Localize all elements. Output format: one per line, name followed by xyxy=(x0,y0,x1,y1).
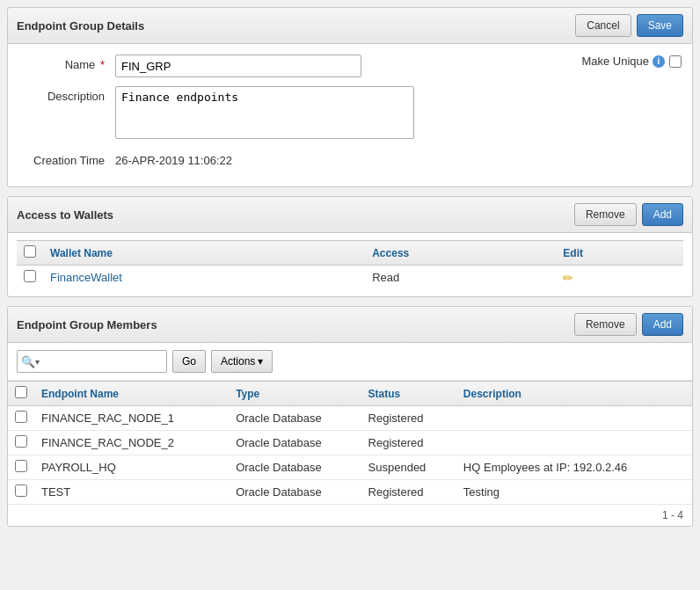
wallets-col-edit: Edit xyxy=(556,241,683,266)
members-col-checkbox xyxy=(8,382,34,406)
member-row-checkbox[interactable] xyxy=(15,460,27,472)
wallets-panel: Access to Wallets Remove Add Wallet Name… xyxy=(7,196,693,297)
members-col-name: Endpoint Name xyxy=(34,382,229,406)
members-panel-title: Endpoint Group Members xyxy=(17,318,157,331)
wallets-remove-button[interactable]: Remove xyxy=(574,203,637,226)
table-row: PAYROLL_HQ Oracle Database Suspended HQ … xyxy=(8,455,692,480)
wallets-col-access: Access xyxy=(365,241,556,266)
creation-time-value: 26-APR-2019 11:06:22 xyxy=(115,150,232,167)
make-unique-checkbox[interactable] xyxy=(669,55,682,68)
member-row-type-cell: Oracle Database xyxy=(229,406,361,431)
header-actions: Cancel Save xyxy=(575,14,683,37)
table-row: FINANCE_RAC_NODE_2 Oracle Database Regis… xyxy=(8,431,692,455)
wallets-panel-header: Access to Wallets Remove Add xyxy=(8,197,692,233)
details-panel-body: Name * Make Unique i Description Finance… xyxy=(8,44,692,186)
name-row: Name * Make Unique i xyxy=(18,55,682,77)
page-header: Endpoint Group Details Cancel Save xyxy=(7,7,693,44)
table-row: FINANCE_RAC_NODE_1 Oracle Database Regis… xyxy=(8,406,692,431)
wallets-row-checkbox[interactable] xyxy=(24,270,36,282)
member-row-description-cell xyxy=(456,431,692,455)
table-row: TEST Oracle Database Registered Testing xyxy=(8,480,692,505)
search-input-wrapper: 🔍 ▾ xyxy=(17,350,167,373)
wallets-actions: Remove Add xyxy=(574,203,683,226)
member-row-type-cell: Oracle Database xyxy=(229,480,361,505)
actions-button[interactable]: Actions ▾ xyxy=(211,350,273,373)
member-row-checkbox-cell xyxy=(8,431,34,455)
required-indicator: * xyxy=(97,58,105,71)
wallets-table: Wallet Name Access Edit FinanceWallet Re… xyxy=(17,240,683,289)
member-row-checkbox-cell xyxy=(8,455,34,480)
member-row-description-cell: Testing xyxy=(456,480,692,505)
wallets-row-access-cell: Read xyxy=(365,266,556,290)
member-row-description-cell: HQ Employees at IP: 192.0.2.46 xyxy=(456,455,692,480)
members-actions: Remove Add xyxy=(574,313,683,336)
description-textarea[interactable]: Finance endpoints xyxy=(115,86,414,139)
creation-time-row: Creation Time 26-APR-2019 11:06:22 xyxy=(18,150,682,167)
wallets-add-button[interactable]: Add xyxy=(642,203,683,226)
name-input-wrapper xyxy=(115,55,567,77)
member-row-checkbox[interactable] xyxy=(15,484,27,497)
actions-label: Actions xyxy=(221,355,255,368)
make-unique-label: Make Unique xyxy=(581,55,649,68)
member-row-checkbox-cell xyxy=(8,406,34,431)
page-title: Endpoint Group Details xyxy=(17,19,144,33)
member-row-status-cell: Registered xyxy=(361,431,456,455)
members-add-button[interactable]: Add xyxy=(642,313,683,336)
wallets-table-wrapper: Wallet Name Access Edit FinanceWallet Re… xyxy=(8,233,692,296)
member-row-checkbox[interactable] xyxy=(15,435,27,448)
member-row-status-cell: Registered xyxy=(361,480,456,505)
members-remove-button[interactable]: Remove xyxy=(574,313,637,336)
save-button[interactable]: Save xyxy=(637,14,683,37)
page-wrapper: Endpoint Group Details Cancel Save Name … xyxy=(0,0,700,590)
members-search-bar: 🔍 ▾ Go Actions ▾ xyxy=(8,343,692,381)
wallets-row-name-link[interactable]: FinanceWallet xyxy=(50,271,122,284)
member-row-name-cell: PAYROLL_HQ xyxy=(34,455,229,480)
members-table-header-row: Endpoint Name Type Status Description xyxy=(8,382,692,406)
description-input-wrapper: Finance endpoints xyxy=(115,86,682,142)
wallets-row-checkbox-cell xyxy=(17,266,43,290)
table-row: FinanceWallet Read ✏ xyxy=(17,266,683,290)
search-icon: 🔍 xyxy=(21,355,35,368)
cancel-button[interactable]: Cancel xyxy=(575,14,631,37)
make-unique-info-icon[interactable]: i xyxy=(653,55,665,68)
actions-dropdown-icon: ▾ xyxy=(258,355,263,368)
members-col-type: Type xyxy=(229,382,361,406)
members-col-status: Status xyxy=(361,382,456,406)
members-pagination: 1 - 4 xyxy=(8,504,692,526)
member-row-checkbox[interactable] xyxy=(15,411,27,423)
description-label: Description xyxy=(18,86,115,103)
details-panel: Name * Make Unique i Description Finance… xyxy=(7,44,693,187)
member-row-checkbox-cell xyxy=(8,480,34,505)
search-input[interactable] xyxy=(40,352,163,371)
member-row-status-cell: Suspended xyxy=(361,455,456,480)
creation-time-label: Creation Time xyxy=(18,150,115,167)
edit-icon[interactable]: ✏ xyxy=(563,271,573,285)
members-panel: Endpoint Group Members Remove Add 🔍 ▾ Go… xyxy=(7,306,693,527)
wallets-col-checkbox xyxy=(17,241,43,266)
wallets-row-name-cell: FinanceWallet xyxy=(43,266,365,290)
member-row-name-cell: FINANCE_RAC_NODE_2 xyxy=(34,431,229,455)
wallets-select-all-checkbox[interactable] xyxy=(24,245,36,258)
member-row-name-cell: FINANCE_RAC_NODE_1 xyxy=(34,406,229,431)
member-row-type-cell: Oracle Database xyxy=(229,455,361,480)
member-row-name-cell: TEST xyxy=(34,480,229,505)
members-col-description: Description xyxy=(456,382,692,406)
member-row-status-cell: Registered xyxy=(361,406,456,431)
name-label: Name * xyxy=(18,55,115,71)
wallets-panel-title: Access to Wallets xyxy=(17,208,113,222)
make-unique-row: Make Unique i xyxy=(581,55,682,68)
name-input[interactable] xyxy=(115,55,361,77)
wallets-col-name: Wallet Name xyxy=(43,241,365,266)
description-row: Description Finance endpoints xyxy=(18,86,682,142)
wallets-row-edit-cell: ✏ xyxy=(556,266,683,290)
search-go-button[interactable]: Go xyxy=(172,350,206,373)
wallets-table-header-row: Wallet Name Access Edit xyxy=(17,241,683,266)
members-panel-header: Endpoint Group Members Remove Add xyxy=(8,307,692,343)
member-row-description-cell xyxy=(456,406,692,431)
member-row-type-cell: Oracle Database xyxy=(229,431,361,455)
members-table: Endpoint Name Type Status Description FI… xyxy=(8,381,692,504)
members-select-all-checkbox[interactable] xyxy=(15,386,27,398)
pagination-range: 1 - 4 xyxy=(662,509,683,521)
